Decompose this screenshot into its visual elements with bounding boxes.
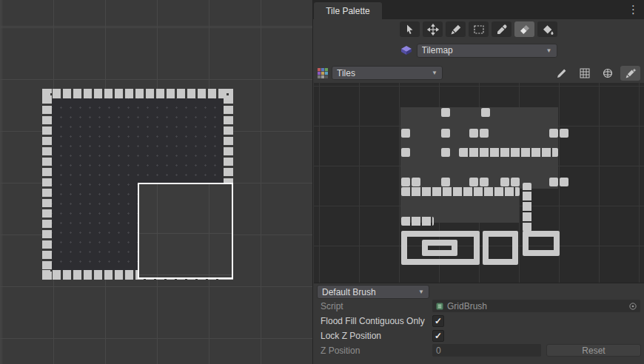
- palette-tile[interactable]: [480, 178, 489, 186]
- tilemap-icon: [400, 44, 412, 56]
- panel-header: Tile Palette ⋮: [313, 0, 644, 19]
- brush-settings-button[interactable]: [620, 66, 640, 81]
- palette-tile[interactable]: [523, 183, 531, 232]
- paint-brush-icon: [450, 24, 462, 36]
- tab-tile-palette[interactable]: Tile Palette: [314, 2, 382, 19]
- palette-dropdown-value: Tiles: [337, 68, 355, 78]
- grid-toggle-button[interactable]: [574, 66, 594, 81]
- palette-tile[interactable]: [441, 178, 450, 186]
- script-asset-icon: [435, 302, 444, 311]
- erase-tool-button[interactable]: [514, 21, 534, 37]
- palette-tile[interactable]: [441, 108, 450, 117]
- palette-tile[interactable]: [469, 129, 478, 138]
- pick-tool-button[interactable]: [492, 21, 511, 37]
- chevron-down-icon: ▼: [412, 289, 424, 295]
- lock-z-checkbox[interactable]: ✓: [432, 330, 444, 342]
- kebab-menu-icon[interactable]: ⋮: [628, 3, 639, 16]
- palette-tile[interactable]: [401, 129, 410, 138]
- palette-tile[interactable]: [441, 129, 450, 138]
- z-position-field[interactable]: 0: [432, 344, 541, 357]
- eraser-icon: [519, 24, 531, 36]
- palette-grid-canvas[interactable]: [314, 83, 644, 283]
- script-object-field[interactable]: GridBrush: [432, 300, 640, 312]
- brush-type-value: Default Brush: [322, 287, 376, 297]
- check-icon: ✓: [435, 317, 442, 326]
- select-tool-button[interactable]: [400, 21, 420, 37]
- paint-bucket-icon: [542, 24, 554, 36]
- brush-selection-rect: [138, 183, 233, 279]
- palette-tile[interactable]: [500, 178, 509, 186]
- palette-tile[interactable]: [412, 178, 420, 186]
- palette-icon: [317, 67, 329, 79]
- gizmos-toggle-button[interactable]: [597, 66, 617, 81]
- box-fill-tool-button[interactable]: [469, 21, 489, 37]
- palette-dropdown[interactable]: Tiles ▼: [332, 66, 443, 80]
- paint-tool-button[interactable]: [446, 21, 466, 37]
- active-target-row: Tilemap ▼: [313, 43, 644, 58]
- unity-tile-palette-window: Tile Palette ⋮: [0, 0, 644, 364]
- box-fill-icon: [473, 24, 485, 36]
- active-tilemap-value: Tilemap: [422, 45, 453, 55]
- brush-type-dropdown[interactable]: Default Brush ▼: [317, 285, 429, 299]
- brush-settings-icon: [625, 67, 637, 79]
- reset-button[interactable]: Reset: [546, 344, 641, 357]
- room-border-top: [42, 89, 233, 98]
- object-picker-icon[interactable]: [628, 302, 637, 311]
- active-tilemap-dropdown[interactable]: Tilemap ▼: [417, 44, 557, 58]
- select-tool-icon: [404, 24, 416, 36]
- gizmos-icon: [602, 67, 614, 79]
- chevron-down-icon: ▼: [540, 47, 552, 54]
- room-border-left: [42, 89, 52, 280]
- fill-tool-button[interactable]: [537, 21, 557, 37]
- palette-tile[interactable]: [401, 178, 410, 186]
- move-tool-icon: [427, 24, 439, 36]
- palette-tile[interactable]: [523, 231, 560, 256]
- palette-selector-row: Tiles ▼: [317, 65, 640, 81]
- flood-fill-checkbox[interactable]: ✓: [432, 315, 444, 327]
- palette-tile[interactable]: [459, 148, 558, 157]
- z-position-label: Z Position: [321, 346, 360, 356]
- lock-z-label: Lock Z Position: [321, 331, 381, 341]
- scene-view-canvas[interactable]: [0, 0, 312, 364]
- tab-title: Tile Palette: [326, 6, 370, 16]
- eyedropper-icon: [496, 24, 508, 36]
- move-tool-button[interactable]: [423, 21, 443, 37]
- palette-tile[interactable]: [469, 178, 478, 186]
- edit-palette-button[interactable]: [551, 66, 571, 81]
- script-label: Script: [321, 301, 343, 311]
- chevron-down-icon: ▼: [426, 70, 437, 76]
- grid-icon: [579, 67, 591, 79]
- palette-tile[interactable]: [480, 129, 489, 138]
- z-position-value: 0: [436, 346, 441, 356]
- tile-palette-panel: Tile Palette ⋮: [312, 0, 644, 364]
- palette-tile[interactable]: [549, 178, 558, 186]
- palette-tile[interactable]: [422, 240, 457, 256]
- flood-fill-label: Flood Fill Contiguous Only: [321, 316, 425, 326]
- palette-tile[interactable]: [441, 148, 450, 157]
- reset-button-label: Reset: [582, 346, 605, 356]
- palette-tile[interactable]: [511, 178, 520, 186]
- palette-art: [314, 83, 644, 283]
- palette-tile[interactable]: [401, 148, 410, 157]
- palette-tile[interactable]: [560, 178, 568, 186]
- palette-tile[interactable]: [401, 187, 520, 196]
- tile-palette-toolbar: [313, 21, 644, 38]
- check-icon: ✓: [435, 331, 442, 340]
- script-value: GridBrush: [447, 301, 625, 311]
- pencil-icon: [556, 67, 568, 79]
- palette-tile[interactable]: [481, 108, 490, 117]
- palette-tile[interactable]: [549, 129, 558, 138]
- palette-tile[interactable]: [401, 217, 434, 226]
- palette-tile[interactable]: [560, 129, 568, 138]
- palette-tile[interactable]: [483, 231, 518, 265]
